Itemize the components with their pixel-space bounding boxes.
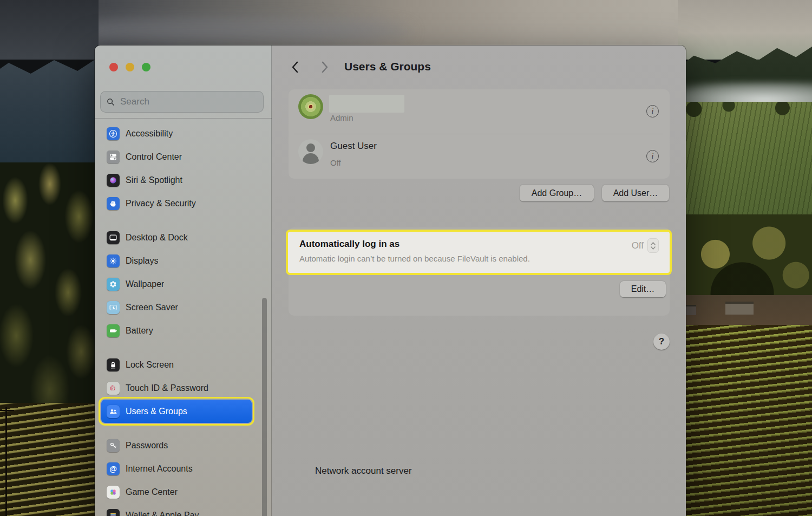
- sidebar-item-label: Siri & Spotlight: [126, 175, 182, 185]
- users-card: Admin i Guest User Off i: [289, 89, 670, 179]
- siri-icon: [107, 174, 120, 187]
- sidebar-item-screen-saver[interactable]: Screen Saver: [101, 296, 252, 319]
- wallpaper-shed: [725, 302, 754, 315]
- sidebar-item-users-groups[interactable]: Users & Groups: [101, 400, 252, 423]
- wallpaper-right-sky: [678, 0, 812, 60]
- sidebar-item-label: Internet Accounts: [126, 464, 193, 474]
- close-button[interactable]: [109, 63, 118, 71]
- guest-name-label: Guest User: [330, 141, 377, 152]
- user-row-guest[interactable]: Guest User Off i: [289, 134, 670, 179]
- user-row-admin[interactable]: Admin i: [289, 89, 670, 134]
- control-center-icon: [107, 151, 120, 164]
- sidebar: Accessibility Control Center Siri & Spot…: [95, 45, 272, 516]
- at-sign-icon: @: [107, 462, 120, 475]
- sidebar-item-siri-spotlight[interactable]: Siri & Spotlight: [101, 168, 252, 192]
- sidebar-item-label: Users & Groups: [126, 407, 187, 416]
- auto-login-value: Off: [632, 240, 644, 251]
- battery-icon: [107, 324, 120, 337]
- wallpaper-flower-icon: [107, 278, 120, 291]
- key-icon: [107, 439, 120, 452]
- sidebar-item-wallet[interactable]: Wallet & Apple Pay: [101, 504, 252, 516]
- screenshot: Accessibility Control Center Siri & Spot…: [0, 0, 812, 516]
- auto-login-label: Automatically log in as: [299, 239, 400, 250]
- guest-status-label: Off: [330, 158, 341, 167]
- privacy-hand-icon: [107, 197, 120, 210]
- search-icon: [107, 98, 115, 106]
- wallpaper-power-pole-crossbar: [0, 410, 14, 411]
- wallpaper-green-hills: [678, 102, 812, 224]
- guest-info-button[interactable]: i: [646, 150, 659, 162]
- admin-avatar: [298, 94, 323, 119]
- lock-icon: [107, 358, 120, 371]
- wallpaper-power-pole: [5, 407, 7, 516]
- sidebar-item-control-center[interactable]: Control Center: [101, 145, 252, 168]
- wallpaper-left: [0, 0, 99, 516]
- wallpaper-left-mountains: [0, 47, 99, 182]
- screen-saver-icon: [107, 301, 120, 314]
- accessibility-icon: [107, 127, 120, 140]
- sidebar-item-label: Touch ID & Password: [126, 383, 208, 393]
- page-title: Users & Groups: [344, 60, 431, 73]
- sidebar-item-label: Passwords: [126, 441, 168, 450]
- sidebar-item-passwords[interactable]: Passwords: [101, 434, 252, 457]
- sidebar-nav: Accessibility Control Center Siri & Spot…: [101, 122, 252, 516]
- displays-icon: [107, 254, 120, 267]
- admin-info-button[interactable]: i: [646, 105, 659, 117]
- sidebar-item-lock-screen[interactable]: Lock Screen: [101, 353, 252, 376]
- sidebar-item-label: Control Center: [126, 152, 182, 162]
- users-groups-icon: [107, 405, 120, 418]
- sidebar-item-privacy-security[interactable]: Privacy & Security: [101, 192, 252, 215]
- zoom-button[interactable]: [142, 63, 150, 71]
- sidebar-item-label: Wallet & Apple Pay: [126, 511, 199, 516]
- sidebar-item-label: Accessibility: [126, 129, 173, 139]
- guest-avatar: [298, 139, 323, 164]
- sidebar-item-battery[interactable]: Battery: [101, 319, 252, 342]
- sidebar-item-wallpaper[interactable]: Wallpaper: [101, 272, 252, 296]
- search-field[interactable]: [100, 91, 264, 113]
- auto-login-highlight-box: Automatically log in as Automatic login …: [286, 230, 672, 275]
- desktop-dock-icon: [107, 231, 120, 244]
- wallpaper-vine-rows-shade: [678, 325, 812, 516]
- sidebar-item-internet-accounts[interactable]: @ Internet Accounts: [101, 457, 252, 480]
- sidebar-item-label: Game Center: [126, 487, 178, 497]
- wallpaper-left-vineyard: [0, 403, 99, 516]
- sidebar-item-displays[interactable]: Displays: [101, 249, 252, 272]
- add-user-button[interactable]: Add User…: [602, 185, 669, 201]
- system-settings-window: Accessibility Control Center Siri & Spot…: [95, 45, 686, 516]
- sidebar-item-label: Lock Screen: [126, 360, 174, 370]
- sidebar-item-label: Screen Saver: [126, 303, 178, 312]
- sidebar-item-label: Battery: [126, 326, 153, 336]
- admin-role-label: Admin: [330, 113, 353, 122]
- sidebar-item-label: Privacy & Security: [126, 199, 196, 208]
- auto-login-stepper[interactable]: [647, 238, 659, 253]
- window-controls: [109, 63, 150, 71]
- sidebar-item-label: Desktop & Dock: [126, 233, 188, 243]
- sidebar-item-label: Displays: [126, 256, 158, 266]
- help-button[interactable]: ?: [653, 334, 670, 350]
- admin-name-redacted: [329, 95, 404, 113]
- back-button[interactable]: [287, 59, 303, 75]
- wallpaper-left-forest: [0, 162, 99, 417]
- search-input[interactable]: [119, 96, 257, 108]
- network-account-server-label: Network account server: [315, 466, 412, 476]
- edit-button[interactable]: Edit…: [620, 281, 666, 297]
- sidebar-item-accessibility[interactable]: Accessibility: [101, 122, 252, 145]
- sidebar-item-label: Wallpaper: [126, 279, 164, 289]
- sidebar-item-game-center[interactable]: Game Center: [101, 480, 252, 504]
- sidebar-item-desktop-dock[interactable]: Desktop & Dock: [101, 226, 252, 249]
- sidebar-separator: [95, 118, 272, 119]
- game-center-icon: [107, 486, 120, 499]
- sidebar-scrollbar[interactable]: [262, 298, 267, 516]
- wallpaper-left-sky: [0, 0, 99, 60]
- auto-login-description: Automatic login can’t be turned on becau…: [299, 254, 530, 263]
- minimize-button[interactable]: [126, 63, 134, 71]
- sidebar-item-touch-id[interactable]: Touch ID & Password: [101, 376, 252, 400]
- touch-id-fingerprint-icon: [107, 382, 120, 395]
- add-group-button[interactable]: Add Group…: [520, 185, 594, 201]
- main-panel: Users & Groups Admin i Guest User Off i …: [272, 45, 686, 516]
- forward-button[interactable]: [317, 59, 333, 75]
- wallpaper-right: [678, 0, 812, 516]
- wallet-icon: [107, 509, 120, 516]
